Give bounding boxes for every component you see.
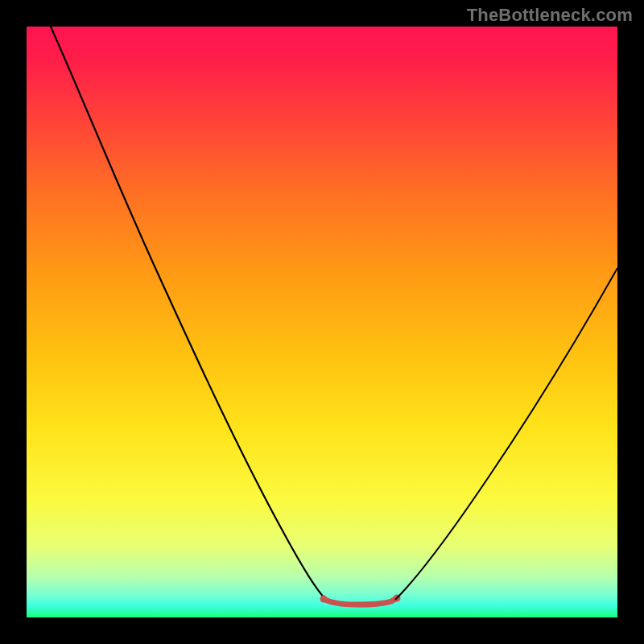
curve-overlay <box>27 27 617 617</box>
flat-bottom-segment <box>324 598 397 605</box>
curve-left <box>51 27 326 600</box>
watermark-text: TheBottleneck.com <box>467 5 633 26</box>
flat-bottom-start-dot <box>320 596 328 603</box>
plot-area <box>27 27 617 617</box>
curve-right <box>395 268 617 600</box>
